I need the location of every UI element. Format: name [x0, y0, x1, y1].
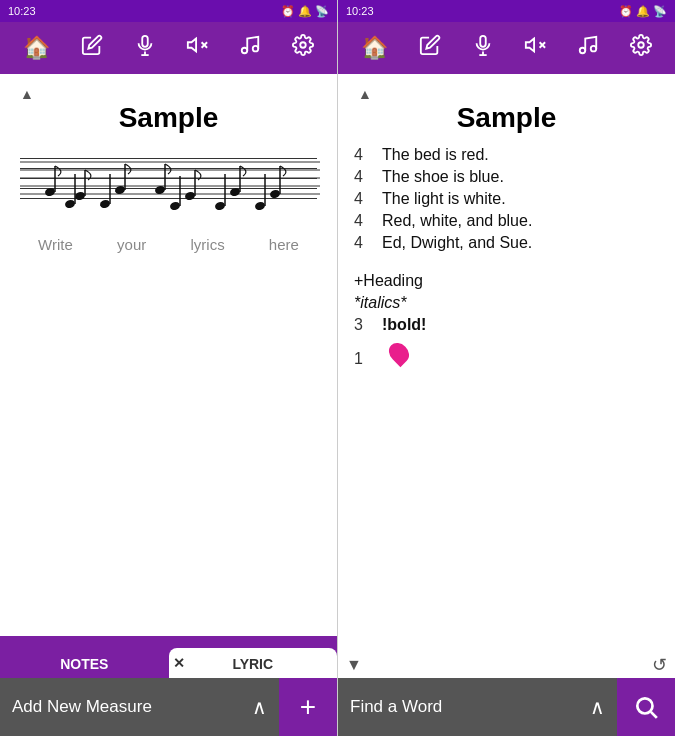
lyric-num-drop: 1: [354, 350, 374, 368]
right-scroll-down-icon[interactable]: ▼: [346, 656, 362, 674]
right-bottom-bar: Find a Word ∧: [338, 678, 675, 736]
music-staff-svg: [20, 146, 320, 221]
svg-point-22: [99, 199, 111, 209]
lyric-line-5: 4 Ed, Dwight, and Sue.: [354, 234, 659, 252]
left-song-title: Sample: [16, 102, 321, 134]
right-edit-icon[interactable]: [413, 28, 447, 68]
right-main-content: ▲ Sample 4 The bed is red. 4 The shoe is…: [338, 74, 675, 652]
chevron-up-icon[interactable]: ∧: [252, 695, 267, 719]
tab-lyric-label: LYRIC: [232, 656, 273, 672]
lyric-num-5: 4: [354, 234, 374, 252]
lyric-line-4: 4 Red, white, and blue.: [354, 212, 659, 230]
music-icon[interactable]: [233, 28, 267, 68]
right-status-bar: 10:23 ⏰ 🔔 📡: [338, 0, 675, 22]
tab-lyric[interactable]: ✕ LYRIC: [169, 648, 338, 678]
svg-point-34: [269, 189, 281, 199]
lyric-num-bold: 3: [354, 316, 374, 334]
lyric-word-2: your: [117, 236, 146, 253]
svg-point-16: [74, 191, 86, 201]
right-mic-icon[interactable]: [466, 28, 500, 68]
lyric-line-2: 4 The shoe is blue.: [354, 168, 659, 186]
right-chevron-up-icon[interactable]: ∧: [590, 695, 605, 719]
tab-notes[interactable]: NOTES: [0, 648, 169, 678]
svg-point-36: [254, 201, 266, 211]
svg-point-46: [638, 42, 644, 48]
staff-container: [20, 146, 317, 226]
find-a-word-label: Find a Word: [350, 697, 442, 717]
left-bottom-bar-main: Add New Measure ∧: [0, 678, 279, 736]
svg-point-7: [253, 46, 259, 51]
mic-icon[interactable]: [128, 28, 162, 68]
left-scroll-up[interactable]: ▲: [16, 84, 321, 102]
right-bottom-main: Find a Word ∧: [338, 678, 617, 736]
add-icon: +: [300, 691, 316, 723]
tab-close-icon[interactable]: ✕: [173, 655, 185, 671]
right-home-icon[interactable]: 🏠: [355, 29, 394, 67]
svg-marker-41: [526, 39, 534, 52]
left-panel: 10:23 ⏰ 🔔 📡 🏠: [0, 0, 338, 736]
lyric-line-1: 4 The bed is red.: [354, 146, 659, 164]
lyric-num-4: 4: [354, 212, 374, 230]
left-status-icons: ⏰ 🔔 📡: [281, 5, 329, 18]
svg-rect-38: [480, 36, 486, 47]
left-main-content: ▲ Sample: [0, 74, 337, 636]
edit-icon[interactable]: [75, 28, 109, 68]
lyric-word-3: lyrics: [190, 236, 224, 253]
lyric-num-1: 4: [354, 146, 374, 164]
add-new-measure-label: Add New Measure: [12, 697, 152, 717]
right-panel: 10:23 ⏰ 🔔 📡 🏠: [338, 0, 675, 736]
lyric-line-bold: 3 !bold!: [354, 316, 659, 338]
svg-line-48: [651, 712, 657, 718]
lyric-text-2: The shoe is blue.: [382, 168, 504, 186]
svg-point-28: [169, 201, 181, 211]
lyric-italics: *italics*: [354, 294, 659, 312]
lyric-line-3: 4 The light is white.: [354, 190, 659, 208]
left-nav-bar: 🏠: [0, 22, 337, 74]
svg-point-44: [580, 48, 586, 54]
lyric-text-5: Ed, Dwight, and Sue.: [382, 234, 532, 252]
svg-point-45: [591, 46, 597, 51]
left-status-bar: 10:23 ⏰ 🔔 📡: [0, 0, 337, 22]
svg-point-14: [44, 187, 56, 197]
sound-icon[interactable]: [180, 28, 214, 68]
search-button[interactable]: [617, 678, 675, 736]
home-icon[interactable]: 🏠: [17, 29, 56, 67]
left-bottom-bar: Add New Measure ∧ +: [0, 678, 337, 736]
lyric-text-1: The bed is red.: [382, 146, 489, 164]
right-status-icons: ⏰ 🔔 📡: [619, 5, 667, 18]
drop-cursor-icon: [385, 339, 413, 367]
lyric-text-4: Red, white, and blue.: [382, 212, 532, 230]
right-undo-icon[interactable]: ↺: [652, 654, 667, 676]
tab-notes-label: NOTES: [60, 656, 108, 672]
lyrics-row: Write your lyrics here: [16, 236, 321, 253]
left-bottom-tabs: NOTES ✕ LYRIC: [0, 636, 337, 678]
right-sound-icon[interactable]: [518, 28, 552, 68]
lyric-word-4: here: [269, 236, 299, 253]
svg-point-26: [184, 191, 196, 201]
lyric-num-2: 4: [354, 168, 374, 186]
right-settings-icon[interactable]: [624, 28, 658, 68]
svg-point-8: [300, 42, 306, 48]
right-time: 10:23: [346, 5, 374, 17]
svg-point-30: [229, 187, 241, 197]
svg-point-18: [64, 199, 76, 209]
lyric-text-3: The light is white.: [382, 190, 506, 208]
lyric-line-drop: 1: [354, 342, 659, 368]
right-bottom-arrows: ▼ ↺: [338, 652, 675, 678]
lyric-bold-text: !bold!: [382, 316, 426, 334]
search-icon: [633, 694, 659, 720]
lyric-word-1: Write: [38, 236, 73, 253]
lyric-num-3: 4: [354, 190, 374, 208]
add-button[interactable]: +: [279, 678, 337, 736]
right-nav-bar: 🏠: [338, 22, 675, 74]
right-song-title: Sample: [354, 102, 659, 134]
svg-rect-0: [142, 36, 148, 47]
left-time: 10:23: [8, 5, 36, 17]
svg-point-6: [242, 48, 248, 54]
lyric-heading: +Heading: [354, 272, 659, 290]
right-scroll-up[interactable]: ▲: [354, 84, 659, 102]
svg-point-47: [637, 698, 652, 713]
right-music-icon[interactable]: [571, 28, 605, 68]
svg-marker-3: [188, 39, 196, 52]
settings-icon[interactable]: [286, 28, 320, 68]
